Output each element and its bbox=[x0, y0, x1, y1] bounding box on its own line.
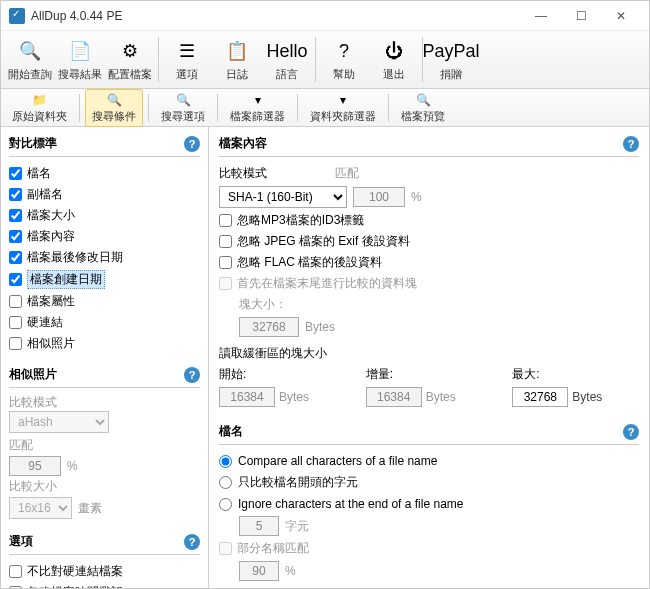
buffer-max-input[interactable] bbox=[512, 387, 568, 407]
help-icon[interactable]: ? bbox=[184, 136, 200, 152]
filename-title: 檔名 ? bbox=[219, 419, 639, 442]
criteria-label: 檔案創建日期 bbox=[27, 270, 105, 289]
options-title-text: 選項 bbox=[9, 533, 33, 550]
filename-partial-checkbox[interactable] bbox=[219, 542, 232, 555]
subtoolbar-2[interactable]: 🔍 搜尋選項 bbox=[154, 89, 212, 127]
filename-ignore-chars-row[interactable]: 忽略檔名中的特定字元 bbox=[219, 587, 639, 588]
divider bbox=[9, 554, 200, 555]
search-criteria-icon: 🔍 bbox=[106, 92, 122, 108]
ignore-mp3-checkbox[interactable] bbox=[219, 214, 232, 227]
criteria-checkbox[interactable] bbox=[9, 316, 22, 329]
ignore-mp3-row[interactable]: 忽略MP3檔案的ID3標籤 bbox=[219, 210, 639, 231]
criteria-checkbox[interactable] bbox=[9, 167, 22, 180]
criteria-row-6[interactable]: 檔案屬性 bbox=[9, 291, 200, 312]
toolbar-search[interactable]: 🔍 開始查詢 bbox=[5, 33, 55, 86]
match-label: 匹配 bbox=[335, 165, 405, 182]
criteria-checkbox[interactable] bbox=[9, 230, 22, 243]
subtoolbar-3[interactable]: ▾ 檔案篩選器 bbox=[223, 89, 292, 127]
subtoolbar-0[interactable]: 📁 原始資料夾 bbox=[5, 89, 74, 127]
toolbar-label: 語言 bbox=[276, 67, 298, 82]
block-size-input[interactable] bbox=[239, 317, 299, 337]
options-label: 不比對硬連結檔案 bbox=[27, 563, 123, 580]
filename-opt-end-radio[interactable] bbox=[219, 498, 232, 511]
filename-opt-all[interactable]: Compare all characters of a file name bbox=[219, 451, 639, 471]
app-icon bbox=[9, 8, 25, 24]
content-area: 對比標準 ? 檔名 副檔名 檔案大小 檔案內容 檔案最後修改日期 檔案創建日期 … bbox=[1, 127, 649, 588]
options-checkbox[interactable] bbox=[9, 565, 22, 578]
toolbar-log[interactable]: 📋 日誌 bbox=[212, 33, 262, 86]
toolbar-help[interactable]: ? 幫助 bbox=[319, 33, 369, 86]
criteria-row-4[interactable]: 檔案最後修改日期 bbox=[9, 247, 200, 268]
subtoolbar-1[interactable]: 🔍 搜尋條件 bbox=[85, 89, 143, 127]
criteria-checkbox[interactable] bbox=[9, 188, 22, 201]
buffer-start-input[interactable] bbox=[219, 387, 275, 407]
toolbar-label: 幫助 bbox=[333, 67, 355, 82]
filename-opt-all-label: Compare all characters of a file name bbox=[238, 454, 437, 468]
criteria-row-0[interactable]: 檔名 bbox=[9, 163, 200, 184]
content-compare-mode-select[interactable]: SHA-1 (160-Bit) bbox=[219, 186, 347, 208]
divider bbox=[9, 387, 200, 388]
criteria-checkbox[interactable] bbox=[9, 295, 22, 308]
toolbar-profile[interactable]: ⚙ 配置檔案 bbox=[105, 33, 155, 86]
filename-opt-all-radio[interactable] bbox=[219, 455, 232, 468]
filename-partial-value[interactable] bbox=[239, 561, 279, 581]
buffer-inc-input[interactable] bbox=[366, 387, 422, 407]
criteria-row-5[interactable]: 檔案創建日期 bbox=[9, 268, 200, 291]
close-button[interactable]: ✕ bbox=[601, 2, 641, 30]
filename-end-value[interactable] bbox=[239, 516, 279, 536]
toolbar-donate[interactable]: PayPal 捐贈 bbox=[426, 33, 476, 86]
help-icon[interactable]: ? bbox=[623, 424, 639, 440]
criteria-label: 檔案大小 bbox=[27, 207, 75, 224]
criteria-row-3[interactable]: 檔案內容 bbox=[9, 226, 200, 247]
filename-partial-unit: % bbox=[285, 564, 296, 578]
toolbar-language[interactable]: Hello 語言 bbox=[262, 33, 312, 86]
help-icon[interactable]: ? bbox=[184, 534, 200, 550]
filename-opt-begin[interactable]: 只比較檔名開頭的字元 bbox=[219, 471, 639, 494]
similar-size-select[interactable]: 16x16 bbox=[9, 497, 72, 519]
content-match-value[interactable] bbox=[353, 187, 405, 207]
filename-title-text: 檔名 bbox=[219, 423, 243, 440]
subtoolbar-4[interactable]: ▾ 資料夾篩選器 bbox=[303, 89, 383, 127]
subtoolbar-label: 檔案預覽 bbox=[401, 109, 445, 124]
subtoolbar-5[interactable]: 🔍 檔案預覽 bbox=[394, 89, 452, 127]
buffer-title: 讀取緩衝區的塊大小 bbox=[219, 345, 639, 362]
filename-opt-end[interactable]: Ignore characters at the end of a file n… bbox=[219, 494, 639, 514]
ignore-jpeg-row[interactable]: 忽略 JPEG 檔案的 Exif 後設資料 bbox=[219, 231, 639, 252]
minimize-button[interactable]: — bbox=[521, 2, 561, 30]
toolbar-label: 開始查詢 bbox=[8, 67, 52, 82]
tail-block-checkbox[interactable] bbox=[219, 277, 232, 290]
search-icon: 🔍 bbox=[16, 37, 44, 65]
criteria-checkbox[interactable] bbox=[9, 209, 22, 222]
criteria-checkbox[interactable] bbox=[9, 251, 22, 264]
options-checkbox[interactable] bbox=[9, 586, 22, 588]
ignore-jpeg-label: 忽略 JPEG 檔案的 Exif 後設資料 bbox=[237, 233, 410, 250]
similar-match-value[interactable] bbox=[9, 456, 61, 476]
toolbar-exit[interactable]: ⏻ 退出 bbox=[369, 33, 419, 86]
filename-end-unit: 字元 bbox=[285, 518, 309, 535]
ignore-flac-row[interactable]: 忽略 FLAC 檔案的後設資料 bbox=[219, 252, 639, 273]
results-icon: 📄 bbox=[66, 37, 94, 65]
options-row-0[interactable]: 不比對硬連結檔案 bbox=[9, 561, 200, 582]
filename-partial-row[interactable]: 部分名稱匹配 bbox=[219, 538, 639, 559]
filename-opt-begin-radio[interactable] bbox=[219, 476, 232, 489]
compare-size-label: 比較大小 bbox=[9, 478, 200, 495]
similar-compare-mode-select[interactable]: aHash bbox=[9, 411, 109, 433]
help-icon[interactable]: ? bbox=[623, 136, 639, 152]
criteria-label: 檔案最後修改日期 bbox=[27, 249, 123, 266]
maximize-button[interactable]: ☐ bbox=[561, 2, 601, 30]
ignore-jpeg-checkbox[interactable] bbox=[219, 235, 232, 248]
ignore-flac-checkbox[interactable] bbox=[219, 256, 232, 269]
toolbar-options[interactable]: ☰ 選項 bbox=[162, 33, 212, 86]
criteria-checkbox[interactable] bbox=[9, 337, 22, 350]
toolbar-results[interactable]: 📄 搜尋結果 bbox=[55, 33, 105, 86]
options-row-1[interactable]: 忽略檔案時間戳記 bbox=[9, 582, 200, 588]
options-title: 選項 ? bbox=[9, 529, 200, 552]
criteria-checkbox[interactable] bbox=[9, 273, 22, 286]
help-icon[interactable]: ? bbox=[184, 367, 200, 383]
criteria-row-2[interactable]: 檔案大小 bbox=[9, 205, 200, 226]
subtoolbar-label: 檔案篩選器 bbox=[230, 109, 285, 124]
criteria-row-1[interactable]: 副檔名 bbox=[9, 184, 200, 205]
criteria-row-8[interactable]: 相似照片 bbox=[9, 333, 200, 354]
criteria-row-7[interactable]: 硬連結 bbox=[9, 312, 200, 333]
filename-partial-label: 部分名稱匹配 bbox=[237, 540, 309, 557]
